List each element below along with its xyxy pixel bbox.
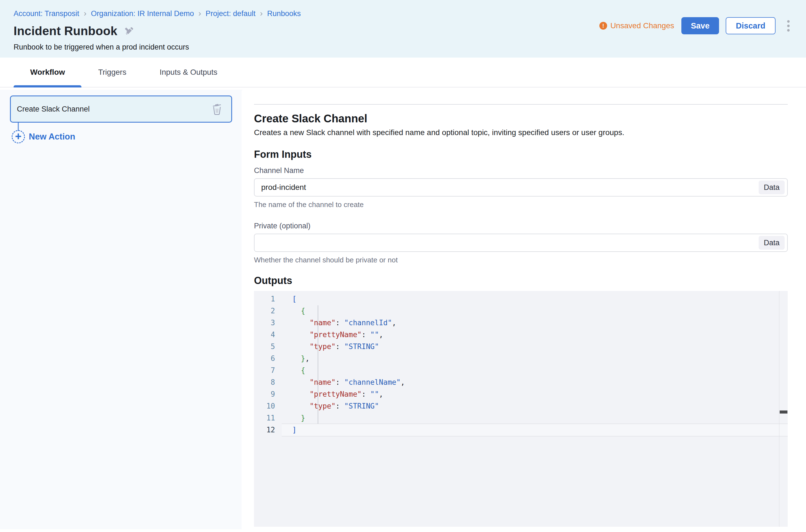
private-label: Private (optional) <box>254 222 788 230</box>
edit-title-pencil-icon[interactable] <box>125 26 134 36</box>
outputs-heading: Outputs <box>254 275 788 286</box>
code-line[interactable]: "name": "channelName", <box>282 377 788 388</box>
workflow-connector-line <box>18 122 19 131</box>
code-line[interactable]: "name": "channelId", <box>282 317 788 329</box>
code-line[interactable]: "prettyName": "", <box>282 329 788 341</box>
code-lines[interactable]: [ { "name": "channelId", "prettyName": "… <box>282 291 788 527</box>
tab-workflow[interactable]: Workflow <box>14 58 81 87</box>
outputs-code-editor[interactable]: 123456789101112 [ { "name": "channelId",… <box>254 291 788 527</box>
kebab-menu-icon[interactable] <box>783 17 794 34</box>
indent-guide-line <box>318 305 318 424</box>
page-title: Incident Runbook <box>14 24 117 38</box>
plus-icon: + <box>12 130 25 144</box>
tab-triggers[interactable]: Triggers <box>81 58 143 87</box>
private-input[interactable] <box>255 234 758 251</box>
breadcrumb-runbooks-link[interactable]: Runbooks <box>267 10 301 18</box>
code-line[interactable]: { <box>282 305 788 317</box>
code-line[interactable]: "type": "STRING" <box>282 341 788 353</box>
form-inputs-heading: Form Inputs <box>254 149 788 160</box>
alert-icon: ! <box>599 22 607 30</box>
code-line[interactable]: } <box>282 412 788 424</box>
action-card-label: Create Slack Channel <box>17 105 90 113</box>
breadcrumb-separator-icon: › <box>198 9 201 17</box>
code-line[interactable]: }, <box>282 353 788 364</box>
code-line[interactable]: "type": "STRING" <box>282 400 788 412</box>
line-number: 5 <box>254 341 282 353</box>
action-detail-description: Creates a new Slack channel with specifi… <box>254 128 788 137</box>
runbook-subtitle: Runbook to be triggered when a prod inci… <box>14 43 793 52</box>
breadcrumb: Account: Transposit › Organization: IR I… <box>14 10 793 18</box>
private-helper: Whether the channel should be private or… <box>254 256 788 264</box>
channel-name-helper: The name of the channel to create <box>254 201 788 209</box>
private-input-wrap: Data <box>254 234 788 252</box>
private-data-button[interactable]: Data <box>758 236 785 250</box>
save-button[interactable]: Save <box>681 17 719 34</box>
channel-name-input[interactable] <box>255 179 758 196</box>
breadcrumb-account-link[interactable]: Account: Transposit <box>14 10 79 18</box>
channel-name-input-wrap: Data <box>254 178 788 196</box>
line-number: 2 <box>254 305 282 317</box>
delete-action-trash-icon[interactable] <box>211 103 222 115</box>
new-action-label: New Action <box>29 132 75 142</box>
code-line[interactable]: [ <box>282 293 788 305</box>
unsaved-changes-label: Unsaved Changes <box>610 21 674 30</box>
line-number: 1 <box>254 293 282 305</box>
tab-bar: Workflow Triggers Inputs & Outputs <box>0 58 806 88</box>
line-number: 4 <box>254 329 282 341</box>
line-number: 12 <box>254 424 282 436</box>
code-gutter: 123456789101112 <box>254 291 282 527</box>
detail-top-divider <box>254 104 788 104</box>
unsaved-changes-badge: ! Unsaved Changes <box>599 21 674 30</box>
channel-name-label: Channel Name <box>254 166 788 175</box>
breadcrumb-separator-icon: › <box>260 9 262 17</box>
editor-scrollbar-track <box>779 291 780 527</box>
line-number: 8 <box>254 377 282 388</box>
code-line[interactable]: ] <box>282 424 788 436</box>
code-line[interactable]: "prettyName": "", <box>282 388 788 400</box>
line-number: 11 <box>254 412 282 424</box>
line-number: 9 <box>254 388 282 400</box>
tab-inputs-outputs[interactable]: Inputs & Outputs <box>143 58 234 87</box>
channel-name-data-button[interactable]: Data <box>758 180 785 194</box>
line-number: 3 <box>254 317 282 329</box>
breadcrumb-separator-icon: › <box>84 9 87 17</box>
action-card-create-slack-channel[interactable]: Create Slack Channel <box>10 95 232 122</box>
editor-scrollbar-thumb[interactable] <box>780 411 787 414</box>
new-action-button[interactable]: + New Action <box>12 130 75 144</box>
breadcrumb-project-link[interactable]: Project: default <box>205 10 255 18</box>
breadcrumb-organization-link[interactable]: Organization: IR Internal Demo <box>91 10 194 18</box>
line-number: 7 <box>254 364 282 377</box>
line-number: 6 <box>254 353 282 364</box>
page-header: Account: Transposit › Organization: IR I… <box>0 0 806 58</box>
action-detail-title: Create Slack Channel <box>254 112 788 125</box>
code-line[interactable]: { <box>282 364 788 377</box>
line-number: 10 <box>254 400 282 412</box>
workflow-steps-panel: Create Slack Channel + New Action <box>0 90 246 529</box>
discard-button[interactable]: Discard <box>726 17 775 34</box>
action-detail-panel: Create Slack Channel Creates a new Slack… <box>241 88 806 531</box>
